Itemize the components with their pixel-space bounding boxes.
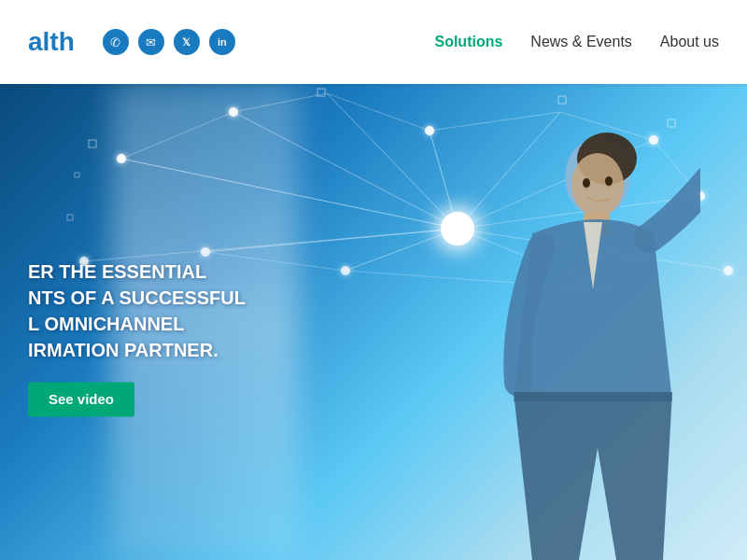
hero-section: ER THE ESSENTIAL NTS OF A SUCCESSFUL L O… <box>0 84 747 560</box>
twitter-icon[interactable]: 𝕏 <box>174 29 200 55</box>
see-video-button[interactable]: See video <box>28 382 134 416</box>
linkedin-icon[interactable]: in <box>209 29 235 55</box>
hero-text-block: ER THE ESSENTIAL NTS OF A SUCCESSFUL L O… <box>28 259 246 416</box>
hero-heading-line4: IRMATION PARTNER. <box>28 340 218 360</box>
hero-heading-line2: NTS OF A SUCCESSFUL <box>28 287 246 308</box>
logo-area: alth ✆ ✉ 𝕏 in <box>28 27 235 57</box>
hero-heading: ER THE ESSENTIAL NTS OF A SUCCESSFUL L O… <box>28 259 246 363</box>
nav-solutions[interactable]: Solutions <box>434 34 502 50</box>
email-icon[interactable]: ✉ <box>138 29 164 55</box>
svg-point-44 <box>605 176 613 186</box>
social-icons: ✆ ✉ 𝕏 in <box>103 29 235 55</box>
hero-heading-line3: L OMNICHANNEL <box>28 314 184 334</box>
woman-svg <box>383 103 700 560</box>
header: alth ✆ ✉ 𝕏 in Solutions News & Events Ab… <box>0 0 747 84</box>
nav-news-events[interactable]: News & Events <box>530 34 631 50</box>
svg-point-42 <box>571 153 624 217</box>
main-nav: Solutions News & Events About us <box>434 34 719 50</box>
phone-icon[interactable]: ✆ <box>103 29 129 55</box>
logo: alth <box>28 27 75 57</box>
woman-figure <box>383 103 700 560</box>
hero-heading-line1: ER THE ESSENTIAL <box>28 261 206 282</box>
nav-about-us[interactable]: About us <box>660 34 719 50</box>
svg-point-43 <box>583 178 590 188</box>
